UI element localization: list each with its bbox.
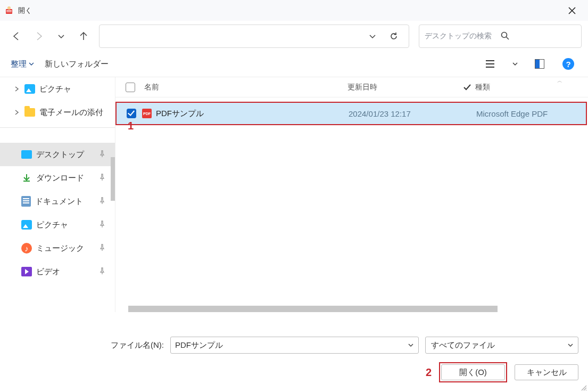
new-folder-label: 新しいフォルダー	[45, 59, 109, 69]
pin-icon	[99, 174, 105, 183]
button-row: 2 開く(O) キャンセル	[10, 362, 578, 382]
sidebar-desktop-label: デスクトップ	[36, 150, 84, 160]
column-type[interactable]: 種類	[475, 83, 588, 92]
search-box[interactable]: デスクトップの検索	[419, 24, 582, 48]
help-icon: ?	[562, 58, 574, 70]
organize-button[interactable]: 整理	[11, 59, 34, 69]
annotation-2: 2	[426, 366, 432, 379]
sidebar-scrollbar[interactable]	[111, 157, 115, 201]
view-list-button[interactable]	[482, 55, 500, 73]
pin-icon	[99, 220, 105, 230]
tree-email-label: 電子メールの添付	[39, 108, 103, 118]
preview-pane-button[interactable]	[531, 55, 549, 73]
refresh-button[interactable]	[383, 31, 404, 41]
open-button-highlight: 開く(O)	[439, 362, 507, 382]
sort-indicator-icon: ︿	[557, 77, 562, 85]
view-dropdown-icon[interactable]	[510, 55, 520, 73]
pin-icon	[99, 267, 105, 276]
chevron-right-icon	[13, 86, 20, 92]
pictures-icon	[24, 84, 35, 94]
close-button[interactable]	[560, 2, 584, 19]
cancel-button[interactable]: キャンセル	[515, 364, 578, 380]
svg-point-4	[502, 32, 507, 37]
file-type: Microsoft Edge PDF	[476, 109, 586, 118]
filter-dropdown-icon[interactable]	[567, 341, 574, 350]
filename-row: ファイル名(N): PDFサンプル すべてのファイル	[10, 337, 578, 354]
toolbar: 整理 新しいフォルダー ?	[0, 51, 588, 77]
desktop-icon	[21, 150, 32, 159]
sidebar-divider	[0, 127, 115, 128]
filename-dropdown-icon[interactable]	[408, 341, 414, 350]
forward-button[interactable]	[29, 26, 49, 46]
main-area: ピクチャ 電子メールの添付 デスクトップ ダウンロード	[0, 77, 588, 312]
recent-dropdown-button[interactable]	[51, 26, 71, 46]
sidebar-documents-label: ドキュメント	[35, 197, 83, 207]
music-icon: ♪	[21, 243, 32, 254]
check-icon	[463, 83, 471, 92]
tree-pictures[interactable]: ピクチャ	[0, 77, 115, 101]
checkbox-icon	[126, 83, 135, 92]
tree-pictures-label: ピクチャ	[39, 84, 71, 94]
sidebar-videos-label: ビデオ	[36, 267, 60, 277]
column-modified[interactable]: 更新日時	[347, 83, 459, 92]
preview-pane-icon	[535, 59, 544, 69]
pictures-icon	[21, 220, 32, 230]
search-icon	[500, 31, 576, 42]
filename-input[interactable]: PDFサンプル	[170, 337, 419, 354]
help-button[interactable]: ?	[559, 55, 577, 73]
pin-icon	[99, 197, 105, 206]
sidebar-videos[interactable]: ビデオ	[0, 260, 115, 283]
organize-label: 整理	[11, 59, 27, 69]
sidebar-pictures[interactable]: ピクチャ	[0, 213, 115, 236]
back-button[interactable]	[6, 26, 27, 46]
header-select-all[interactable]	[120, 83, 141, 92]
search-placeholder: デスクトップの検索	[425, 31, 500, 41]
file-name: PDFサンプル	[156, 109, 204, 119]
bottom-panel: ファイル名(N): PDFサンプル すべてのファイル 2 開く(O) キャンセル	[0, 327, 588, 392]
dialog-title: 開く	[18, 6, 560, 15]
document-icon	[21, 196, 31, 207]
new-folder-button[interactable]: 新しいフォルダー	[45, 59, 109, 69]
resize-grip[interactable]	[579, 383, 587, 391]
pin-icon	[99, 244, 105, 253]
svg-rect-1	[6, 10, 12, 11]
nav-row: デスクトップの検索	[0, 21, 588, 51]
app-icon	[4, 6, 14, 15]
filter-label: すべてのファイル	[431, 340, 495, 350]
sidebar: ピクチャ 電子メールの添付 デスクトップ ダウンロード	[0, 77, 115, 312]
folder-icon	[24, 108, 35, 117]
pdf-icon: PDF	[142, 109, 152, 118]
open-button[interactable]: 開く(O)	[441, 364, 505, 380]
annotation-1: 1	[128, 120, 134, 132]
column-check[interactable]	[459, 83, 475, 92]
sidebar-downloads-label: ダウンロード	[36, 173, 84, 183]
sidebar-downloads[interactable]: ダウンロード	[0, 166, 115, 190]
sidebar-music-label: ミュージック	[36, 243, 84, 254]
row-checkbox[interactable]	[127, 109, 136, 118]
address-dropdown-icon[interactable]	[362, 32, 383, 40]
title-bar: 開く	[0, 0, 588, 21]
horizontal-scrollbar[interactable]	[128, 306, 498, 312]
column-name[interactable]: 名前	[141, 83, 347, 92]
sidebar-pictures-label: ピクチャ	[36, 220, 68, 230]
file-row[interactable]: PDF PDFサンプル 2024/01/23 12:17 Microsoft E…	[115, 102, 587, 125]
svg-point-3	[7, 6, 11, 10]
tree-email-attachments[interactable]: 電子メールの添付	[0, 101, 115, 124]
filename-value: PDFサンプル	[175, 340, 223, 350]
file-modified: 2024/01/23 12:17	[349, 109, 460, 118]
svg-rect-2	[6, 11, 12, 12]
address-bar[interactable]	[99, 24, 409, 48]
file-pane: 名前 更新日時 種類 ︿ 1 PDF PDFサンプル 2024/01/23 12…	[115, 77, 588, 312]
column-header-row: 名前 更新日時 種類 ︿	[115, 77, 588, 97]
filename-label: ファイル名(N):	[111, 340, 164, 350]
up-button[interactable]	[73, 26, 94, 46]
sidebar-music[interactable]: ♪ ミュージック	[0, 236, 115, 260]
video-icon	[21, 267, 32, 276]
sidebar-documents[interactable]: ドキュメント	[0, 190, 115, 213]
chevron-right-icon	[13, 110, 20, 115]
sidebar-desktop[interactable]: デスクトップ	[0, 143, 115, 166]
download-icon	[21, 173, 32, 183]
pin-icon	[99, 150, 105, 159]
filetype-filter[interactable]: すべてのファイル	[425, 337, 578, 354]
